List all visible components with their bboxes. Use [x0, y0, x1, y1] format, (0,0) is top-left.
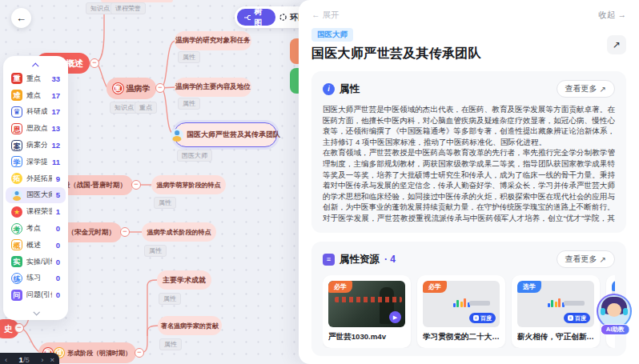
expand-link[interactable]: ← 展开: [311, 10, 339, 21]
page-title: 国医大师严世芸及其传承团队: [311, 46, 626, 62]
key-point-icon: 重: [113, 83, 123, 94]
tcm-master-avatar-icon: [11, 190, 22, 201]
source-badge: ≡百度: [564, 313, 590, 323]
must-learn-badge: 必学: [423, 281, 447, 293]
must-learn-badge: 必学: [328, 281, 352, 293]
resource-title: 学习贯彻党的二十大精神 大力...: [423, 332, 500, 342]
tree-view-button[interactable]: 树图: [237, 9, 275, 26]
back-arrow-icon: ←: [16, 12, 26, 24]
resource-title: 薪火相传，守正创新，国医大...: [517, 332, 594, 342]
map-node-master-selected[interactable]: 国医大师严世芸及其传承团队: [174, 122, 277, 147]
article-thumbnail: 选学 ≡百度: [517, 281, 594, 327]
map-node-stage1-trait[interactable]: 温病学萌芽阶段的特点: [151, 175, 226, 194]
document-icon: ≡: [323, 254, 335, 266]
attribute-more-button[interactable]: 查看更多 ↗: [557, 80, 615, 98]
tcm-master-avatar-icon: [171, 129, 183, 142]
legend-item-tcm-master[interactable]: 国医大师 5: [6, 187, 66, 204]
collapse-node-icon[interactable]: −: [135, 348, 144, 358]
video-thumbnail: 必学 ▶: [328, 281, 405, 327]
ai-avatar-face-icon: [598, 295, 630, 327]
source-badge: ≡百度: [469, 313, 496, 323]
attribute-text: 国医大师严世芸是中医领域的杰出代表，在医药、教育及医学发展等方面贡献卓著。在医药…: [323, 104, 615, 224]
collapse-node-icon[interactable]: −: [155, 83, 165, 93]
pager-indicator: 1/5: [7, 355, 41, 364]
logo-watermark-text: [469, 301, 490, 306]
chevron-up-icon: [32, 62, 38, 69]
arrow-up-right-icon: ↗: [600, 85, 606, 94]
ai-assistant-button[interactable]: AI助教: [597, 294, 633, 335]
deep-study-icon: 学: [11, 156, 22, 167]
legend-item-difficult-points[interactable]: 难 难点 17: [6, 87, 66, 104]
collapse-node-icon[interactable]: −: [90, 58, 99, 68]
legend-item-course-honor[interactable]: ★ 课程荣誉 1: [6, 203, 66, 220]
resource-title: 严世芸1030.m4v: [328, 332, 405, 342]
collapse-node-icon[interactable]: −: [14, 323, 24, 333]
legend-item-exercise[interactable]: 练 练习 0: [6, 270, 66, 287]
legend-item-case-analysis[interactable]: 案 病案分析 12: [6, 137, 66, 154]
resource-card-video[interactable]: 必学 ▶ 严世芸1030.m4v: [323, 275, 411, 348]
legend-item-overview[interactable]: 概 概述 0: [6, 237, 66, 254]
exam-point-icon: 考: [11, 223, 22, 234]
legend-item-deep-study[interactable]: 学 深学提示 11: [6, 154, 66, 170]
map-node-achievement[interactable]: 主要学术成就: [157, 270, 211, 290]
legend-item-ideology[interactable]: 思 思政点 13: [6, 120, 66, 137]
research-trophy-icon: ♛: [11, 106, 22, 118]
legend-item-research[interactable]: ♛ 科研成果 17: [6, 104, 66, 121]
overview-icon: 概: [11, 239, 22, 250]
node-tag: 重点: [135, 102, 157, 114]
detail-panel: ← 展开 收起 → 国医大师 国医大师严世芸及其传承团队 ↗ i 属性 查看更多…: [299, 0, 639, 364]
article-thumbnail: 必学 ≡百度: [423, 281, 500, 327]
resource-card-row: 必学 ▶ 严世芸1030.m4v 必学 ≡百度 学习贯彻党的二十大精神 大力..…: [323, 275, 615, 348]
source-icon: ≡: [568, 315, 573, 321]
arrow-up-right-icon: ↗: [600, 255, 606, 264]
resources-section-header: ≡ 属性资源 · 4 查看更多 ↗: [323, 250, 615, 268]
resources-more-button[interactable]: 查看更多 ↗: [557, 250, 615, 268]
arrow-right-icon: →: [618, 10, 627, 19]
play-button[interactable]: ▶: [389, 311, 401, 323]
node-tag: 属性: [154, 197, 176, 209]
resource-card-article[interactable]: 选学 ≡百度 薪火相传，守正创新，国医大...: [512, 275, 600, 348]
legend-panel: 重 重点 33 难 难点 17 ♛ 科研成果 17 思 思政点 13 案 病案分…: [3, 56, 68, 320]
resource-card-article[interactable]: 必学 ≡百度 学习贯彻党的二十大精神 大力...: [417, 275, 505, 348]
map-node-research[interactable]: 温病学的研究对象和任务: [175, 31, 251, 50]
pager-next-button[interactable]: ›: [41, 355, 43, 364]
collapse-link[interactable]: 收起 →: [599, 10, 626, 21]
legend-item-practice[interactable]: 实 实操/训练 0: [6, 254, 66, 270]
map-node-stage2-trait[interactable]: 温病学成长阶段的特点: [142, 222, 216, 242]
optional-learn-badge: 选学: [517, 281, 541, 293]
panel-header-row: ← 展开 收起 →: [311, 10, 626, 21]
node-tag: 属性: [144, 245, 167, 257]
attribute-section: i 属性 查看更多 ↗ 国医大师严世芸是中医领域的杰出代表，在医药、教育及医学发…: [311, 71, 626, 233]
case-analysis-icon: 案: [11, 140, 22, 151]
category-badge: 国医大师: [311, 28, 353, 42]
exercise-icon: 练: [11, 273, 22, 284]
ring-view-icon: [279, 13, 287, 22]
open-in-new-button[interactable]: ↗: [607, 35, 626, 54]
node-tag: 属性: [178, 98, 200, 110]
back-button[interactable]: ←: [11, 8, 31, 28]
collapse-node-icon[interactable]: −: [131, 180, 141, 190]
legend-item-exam-points[interactable]: 考 考点 0: [6, 220, 66, 237]
legend-expand-button[interactable]: [3, 307, 68, 318]
question-icon: 问: [11, 290, 22, 301]
info-icon: i: [323, 83, 335, 95]
node-tag: 属性: [178, 51, 200, 63]
map-node-content[interactable]: 温病学的主要内容及地位: [175, 78, 251, 97]
ai-assistant-label: AI助教: [601, 324, 630, 335]
view-toggle: 树图 环图: [235, 6, 308, 28]
legend-item-extension[interactable]: 拓 外延拓展 9: [6, 170, 66, 187]
collapse-node-icon[interactable]: −: [120, 227, 130, 237]
course-honor-medal-icon: ★: [11, 206, 22, 218]
map-node-wenbingxue[interactable]: 重 温病学: [106, 78, 156, 99]
legend-item-key-points[interactable]: 重 重点 33: [6, 70, 66, 87]
node-tag: 课程荣誉: [111, 2, 146, 14]
legend-item-question[interactable]: 问 问题(引例) 0: [6, 286, 66, 303]
key-point-icon: 重: [11, 73, 22, 84]
pager-close-button[interactable]: ×: [50, 355, 54, 364]
logo-watermark-text: [564, 301, 585, 306]
map-node-contribution[interactable]: 著名温病学家的贡献: [158, 316, 222, 335]
arrow-left-icon: ←: [311, 10, 320, 19]
legend-collapse-button[interactable]: [3, 60, 68, 70]
node-tag: 属性: [159, 338, 182, 350]
extension-bulb-icon: 拓: [11, 173, 22, 184]
